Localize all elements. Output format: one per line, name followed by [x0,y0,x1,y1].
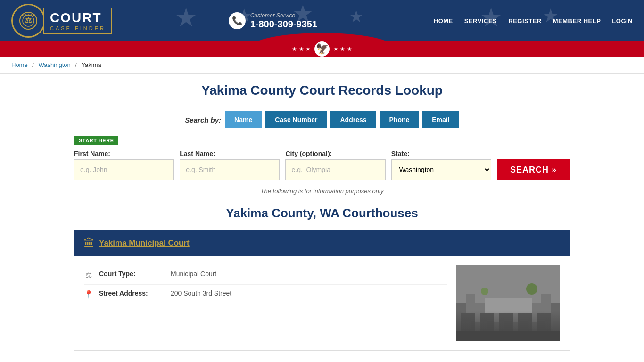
breadcrumb: Home / Washington / Yakima [0,57,644,74]
svg-text:★★★★★: ★★★★★ [21,13,35,16]
tab-phone[interactable]: Phone [380,111,419,128]
courthouse-image [456,265,560,341]
state-group: State: Washington Alabama Alaska Arizona… [391,150,491,180]
court-type-label: Court Type: [99,270,165,278]
tab-name[interactable]: Name [225,111,262,128]
first-name-group: First Name: [74,150,174,180]
courthouse-name[interactable]: Yakima Municipal Court [99,239,190,248]
city-group: City (optional): [285,150,385,180]
city-label: City (optional): [285,150,385,157]
city-input[interactable] [285,159,385,180]
courthouse-details: ⚖ Court Type: Municipal Court 📍 Street A… [84,265,447,341]
svg-point-16 [481,288,488,295]
court-type-icon: ⚖ [84,271,93,280]
courthouse-icon: 🏛 [84,237,94,249]
start-here-badge: START HERE [74,136,118,145]
breadcrumb-sep-1: / [32,61,34,68]
courthouse-header: 🏛 Yakima Municipal Court [74,230,570,256]
street-address-value: 200 South 3rd Street [171,289,231,297]
nav-member-help[interactable]: MEMBER HELP [553,17,601,25]
page-title: Yakima County Court Records Lookup [74,83,570,98]
breadcrumb-state[interactable]: Washington [39,61,71,68]
main-content: Yakima County Court Records Lookup Searc… [63,74,581,362]
customer-service: 📞 Customer Service 1-800-309-9351 [229,12,317,30]
search-button[interactable]: SEARCH » [497,159,570,180]
first-name-label: First Name: [74,150,174,157]
breadcrumb-county: Yakima [81,61,101,68]
last-name-input[interactable] [180,159,280,180]
state-label: State: [391,150,491,157]
svg-text:⚖: ⚖ [25,16,32,25]
logo-text: COURT CASE FINDER [43,8,112,34]
search-form-row: First Name: Last Name: City (optional): … [74,150,570,180]
address-icon: 📍 [84,290,93,299]
court-type-value: Municipal Court [171,270,216,278]
courthouse-card: 🏛 Yakima Municipal Court ⚖ Court Type: M… [74,230,570,351]
svg-rect-12 [537,313,551,331]
svg-rect-15 [456,331,560,341]
street-address-label: Street Address: [99,289,165,297]
nav-services[interactable]: SERVICES [464,17,497,25]
tab-case-number[interactable]: Case Number [265,111,327,128]
svg-point-17 [526,283,537,295]
tab-address[interactable]: Address [330,111,376,128]
svg-rect-10 [499,313,513,331]
detail-row-type: ⚖ Court Type: Municipal Court [84,265,447,285]
disclaimer: The following is for information purpose… [74,188,570,195]
breadcrumb-home[interactable]: Home [11,61,28,68]
nav-home[interactable]: HOME [434,17,453,25]
search-section: Search by: Name Case Number Address Phon… [74,111,570,195]
breadcrumb-sep-2: / [75,61,77,68]
detail-row-address: 📍 Street Address: 200 South 3rd Street [84,285,447,304]
svg-rect-8 [461,313,475,331]
last-name-label: Last Name: [180,150,280,157]
first-name-input[interactable] [74,159,174,180]
svg-rect-9 [480,313,494,331]
eagle-bar: ★ ★ ★ 🦅 ★ ★ ★ [0,41,644,57]
tab-email[interactable]: Email [422,111,459,128]
site-logo[interactable]: ⚖ ★★★★★ COURT CASE FINDER [11,4,112,38]
last-name-group: Last Name: [180,150,280,180]
search-by-row: Search by: Name Case Number Address Phon… [74,111,570,128]
cs-label: Customer Service [250,12,317,19]
eagle-stars: ★ ★ ★ 🦅 ★ ★ ★ [292,41,352,57]
cs-phone: 1-800-309-9351 [250,19,317,30]
logo-icon: ⚖ ★★★★★ [11,4,45,38]
phone-icon: 📞 [229,12,246,29]
nav-login[interactable]: LOGIN [612,17,633,25]
courthouses-title: Yakima County, WA Courthouses [74,206,570,221]
nav-register[interactable]: REGISTER [508,17,541,25]
main-nav: HOME SERVICES REGISTER MEMBER HELP LOGIN [434,17,633,25]
courthouse-body: ⚖ Court Type: Municipal Court 📍 Street A… [74,256,570,350]
svg-rect-13 [485,298,532,313]
search-by-label: Search by: [185,116,221,124]
search-form-container: START HERE First Name: Last Name: City (… [74,136,570,180]
svg-rect-11 [518,313,532,331]
courthouse-photo [456,265,560,341]
state-select[interactable]: Washington Alabama Alaska Arizona Califo… [391,159,491,180]
